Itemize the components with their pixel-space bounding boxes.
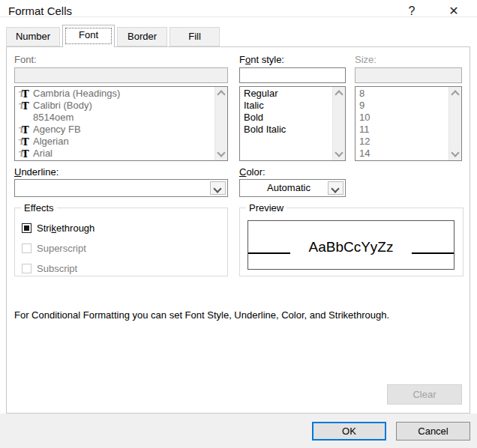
tab-label: Border — [128, 31, 157, 42]
font-list-item[interactable]: TTAlgerian — [16, 136, 214, 148]
font-style-item[interactable]: Bold Italic — [241, 124, 332, 136]
superscript-label: Superscript — [37, 243, 86, 254]
tab-fill[interactable]: Fill — [170, 27, 220, 46]
subscript-checkbox — [22, 264, 32, 273]
preview-group: Preview AaBbCcYyZz — [239, 208, 464, 276]
preview-sample-text: AaBbCcYyZz — [248, 239, 454, 255]
ok-button[interactable]: OK — [312, 422, 386, 441]
size-scrollbar[interactable] — [448, 87, 461, 160]
truetype-icon: TT — [19, 136, 31, 148]
size-item[interactable]: 9 — [356, 100, 448, 112]
effects-group-title: Effects — [21, 202, 57, 214]
dropdown-button[interactable] — [210, 181, 226, 195]
scroll-down-icon[interactable] — [451, 148, 459, 157]
color-label: Color: — [239, 166, 266, 178]
scroll-up-icon[interactable] — [334, 90, 343, 98]
dialog-title: Format Cells — [8, 4, 72, 17]
tab-label: Number — [16, 31, 50, 42]
font-style-scrollbar[interactable] — [332, 87, 345, 160]
superscript-checkbox-row: Superscript — [22, 242, 86, 254]
font-style-item[interactable]: Italic — [241, 100, 332, 112]
chevron-down-icon — [331, 184, 339, 193]
size-item[interactable]: 11 — [356, 124, 448, 136]
title-bar: Format Cells ? ✕ — [0, 0, 477, 22]
help-icon[interactable]: ? — [402, 2, 422, 20]
underline-label: Underline: — [14, 166, 58, 178]
font-style-list[interactable]: RegularItalicBoldBold Italic — [239, 86, 346, 161]
font-name: Calibri (Body) — [33, 100, 92, 112]
clear-button: Clear — [387, 384, 462, 405]
close-icon[interactable]: ✕ — [444, 2, 464, 20]
font-name: 8514oem — [33, 112, 74, 124]
font-list-scrollbar[interactable] — [214, 87, 227, 160]
scroll-down-icon[interactable] — [334, 148, 343, 157]
underline-dropdown[interactable] — [14, 179, 228, 197]
font-tab-page: Font: TTCambria (Headings)TTCalibri (Bod… — [6, 46, 470, 414]
font-list-item[interactable]: TTAgency FB — [16, 124, 214, 136]
subscript-checkbox-row: Subscript — [22, 262, 77, 274]
tab-label: Font — [79, 29, 98, 40]
color-dropdown[interactable]: Automatic — [239, 179, 346, 197]
scroll-up-icon[interactable] — [451, 90, 459, 98]
size-input — [355, 67, 462, 83]
font-name-list[interactable]: TTCambria (Headings)TTCalibri (Body)8514… — [14, 86, 228, 161]
strikethrough-label: Strikethrough — [37, 223, 94, 234]
scroll-up-icon[interactable] — [217, 90, 225, 98]
truetype-icon: TT — [19, 148, 31, 160]
size-label: Size: — [355, 54, 376, 65]
tab-label: Fill — [188, 31, 201, 42]
cancel-button[interactable]: Cancel — [396, 422, 470, 441]
size-item[interactable]: 12 — [356, 136, 448, 148]
chevron-down-icon — [213, 184, 221, 193]
font-style-input[interactable] — [239, 67, 346, 83]
font-list-item[interactable]: TTCalibri (Body) — [16, 100, 214, 112]
font-list-item[interactable]: TTCambria (Headings) — [16, 88, 214, 100]
footer: OK Cancel — [0, 414, 477, 448]
font-name: Agency FB — [33, 124, 81, 136]
conditional-formatting-note: For Conditional Formatting you can set F… — [14, 309, 389, 321]
tab-border[interactable]: Border — [117, 27, 167, 46]
size-item[interactable]: 10 — [356, 112, 448, 124]
font-list-item[interactable]: TTArial — [16, 148, 214, 160]
preview-box: AaBbCcYyZz — [248, 220, 454, 270]
tab-font[interactable]: Font — [62, 25, 115, 47]
font-name: Cambria (Headings) — [33, 88, 120, 100]
strikethrough-checkbox-row[interactable]: Strikethrough — [22, 222, 94, 234]
font-name-input — [14, 67, 228, 83]
title-separator — [0, 16, 477, 17]
subscript-label: Subscript — [37, 263, 77, 274]
size-list[interactable]: 8910111214 — [355, 86, 462, 161]
effects-group: Effects StrikethroughSuperscriptSubscrip… — [14, 208, 228, 276]
scroll-down-icon[interactable] — [217, 148, 225, 157]
preview-group-title: Preview — [246, 202, 286, 214]
truetype-icon: TT — [19, 124, 31, 136]
font-name: Arial — [33, 148, 52, 160]
size-item[interactable]: 8 — [356, 88, 448, 100]
font-style-label: Font style: — [239, 54, 284, 65]
tab-number[interactable]: Number — [6, 27, 60, 46]
font-style-item[interactable]: Regular — [241, 88, 332, 100]
strikethrough-checkbox[interactable] — [22, 223, 32, 233]
dropdown-button[interactable] — [328, 181, 344, 195]
font-name: Algerian — [33, 136, 69, 148]
truetype-icon: TT — [19, 100, 31, 112]
superscript-checkbox — [22, 243, 32, 253]
size-item[interactable]: 14 — [356, 148, 448, 160]
font-style-item[interactable]: Bold — [241, 112, 332, 124]
font-label: Font: — [14, 54, 37, 65]
truetype-icon: TT — [19, 88, 31, 100]
font-list-item[interactable]: 8514oem — [16, 112, 214, 124]
